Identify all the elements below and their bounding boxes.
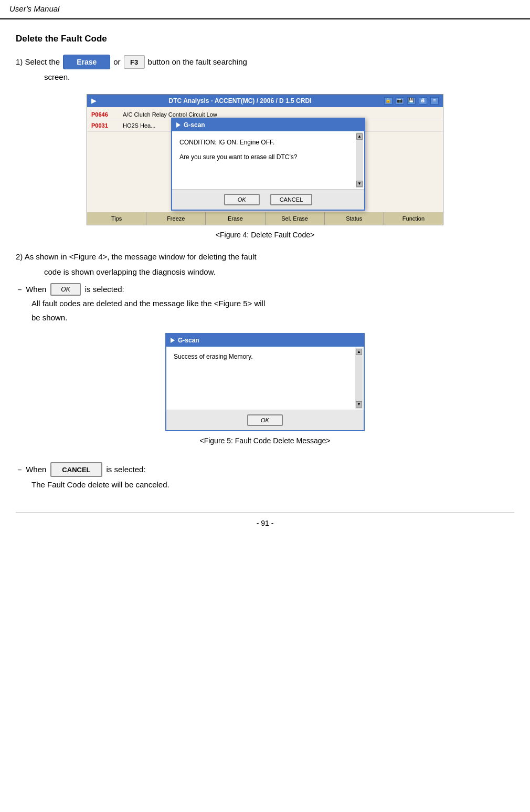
icon-camera: 📷 [396,97,404,105]
figure-4-container: ▶ DTC Analysis - ACCENT(MC) / 2006 / D 1… [16,94,514,241]
icon-lock: 🔒 [384,97,393,105]
gscan2-ok-button[interactable]: OK [247,414,283,426]
cancel-inline-button[interactable]: CANCEL [50,462,102,477]
step-1: 1) Select the Erase or F3 button on the … [16,55,514,84]
dtc-code-2: P0031 [91,121,123,130]
toolbar-freeze[interactable]: Freeze [146,212,206,225]
ok-inline-button[interactable]: OK [50,283,80,296]
toolbar-sel-erase[interactable]: Sel. Erase [266,212,325,225]
step1-indent: screen. [44,71,514,84]
gscan-footer: OK CANCEL [172,189,364,210]
dtc-toolbar: Tips Freeze Erase Sel. Erase Status Func… [87,212,443,225]
gscan2-message: Success of erasing Memory. [174,352,356,361]
when-cancel-suffix: is selected: [107,464,146,476]
gscan2-titlebar: G-scan [166,334,364,347]
figure-5-container: G-scan Success of erasing Memory. ▲ ▼ OK… [16,333,514,446]
ok-sub2: be shown. [31,312,514,324]
scroll2-up-icon[interactable]: ▲ [356,349,362,355]
dtc-title-triangle: ▶ [91,96,96,106]
when-ok-line: － When OK is selected: [16,283,514,296]
section-title: Delete the Fault Code [16,32,514,46]
gscan-title-text: G-scan [184,120,205,130]
f3-button[interactable]: F3 [124,55,145,69]
header-title: User's Manual [9,4,59,13]
toolbar-function[interactable]: Function [384,212,443,225]
gscan2-triangle-icon [171,338,175,343]
icon-floppy: 💾 [407,97,416,105]
scroll-down-icon[interactable]: ▼ [356,181,363,187]
page-content: Delete the Fault Code 1) Select the Eras… [0,19,530,550]
gscan-scrollbar: ▲ ▼ [356,132,363,188]
page-footer: - 91 - [16,512,514,529]
step-2: 2) As shown in <Figure 4>, the message w… [16,251,514,324]
dtc-title-text: DTC Analysis - ACCENT(MC) / 2006 / D 1.5… [169,96,312,106]
dtc-titlebar: ▶ DTC Analysis - ACCENT(MC) / 2006 / D 1… [87,95,443,107]
gscan-popup: G-scan CONDITION: IG ON. Engine OFF. Are… [171,118,365,211]
gscan2-footer: OK [166,410,364,430]
page-header: User's Manual [0,0,530,19]
dtc-code-1: P0646 [91,110,123,119]
step1-or: or [113,56,120,68]
figure5-caption: <Figure 5: Fault Code Delete Message> [199,435,330,446]
gscan-body: CONDITION: IG ON. Engine OFF. Are you su… [172,131,364,189]
when-ok-prefix: － When [16,284,46,296]
cancel-sub-text: The Fault Code delete will be canceled. [31,479,514,491]
when-cancel-section: － When CANCEL is selected: The Fault Cod… [16,462,514,491]
page-number: - 91 - [257,519,274,527]
gscan-window2: G-scan Success of erasing Memory. ▲ ▼ OK [165,333,365,431]
gscan-ok-button[interactable]: OK [224,194,260,205]
step1-suffix: button on the fault searching [148,56,247,68]
step1-screen: screen. [44,72,70,81]
icon-menu: ≡ [430,97,439,105]
when-ok-suffix: is selected: [85,284,124,296]
toolbar-status[interactable]: Status [325,212,384,225]
dtc-body: P0646 A/C Clutch Relay Control Circuit L… [87,107,443,212]
gscan-cancel-button[interactable]: CANCEL [270,194,313,205]
toolbar-tips[interactable]: Tips [87,212,146,225]
step2-text2: code is shown overlapping the diagnosis … [44,266,514,278]
when-cancel-prefix: － When [16,464,46,476]
when-cancel-line: － When CANCEL is selected: [16,462,514,477]
gscan-triangle-icon [176,122,181,128]
gscan2-body: Success of erasing Memory. ▲ ▼ [166,347,364,410]
dtc-titlebar-icons: 🔒 📷 💾 🖨 ≡ [384,97,439,105]
toolbar-erase[interactable]: Erase [206,212,265,225]
dtc-window: ▶ DTC Analysis - ACCENT(MC) / 2006 / D 1… [87,94,443,226]
icon-print: 🖨 [419,97,427,105]
gscan2-scrollbar: ▲ ▼ [355,348,363,409]
figure4-caption: <Figure 4: Delete Fault Code> [216,230,314,241]
gscan-titlebar: G-scan [172,119,364,131]
step1-line: 1) Select the Erase or F3 button on the … [16,55,514,69]
scroll2-down-icon[interactable]: ▼ [356,401,362,408]
gscan2-title-text: G-scan [178,336,199,345]
ok-sub1: All fault codes are deleted and the mess… [31,298,514,310]
gscan-condition: CONDITION: IG ON. Engine OFF. [179,138,357,147]
scroll-up-icon[interactable]: ▲ [356,133,363,140]
erase-button[interactable]: Erase [63,55,110,69]
step1-prefix: 1) Select the [16,56,60,68]
step2-text1: 2) As shown in <Figure 4>, the message w… [16,251,514,263]
gscan-message: Are you sure you want to erase all DTC's… [179,152,357,162]
